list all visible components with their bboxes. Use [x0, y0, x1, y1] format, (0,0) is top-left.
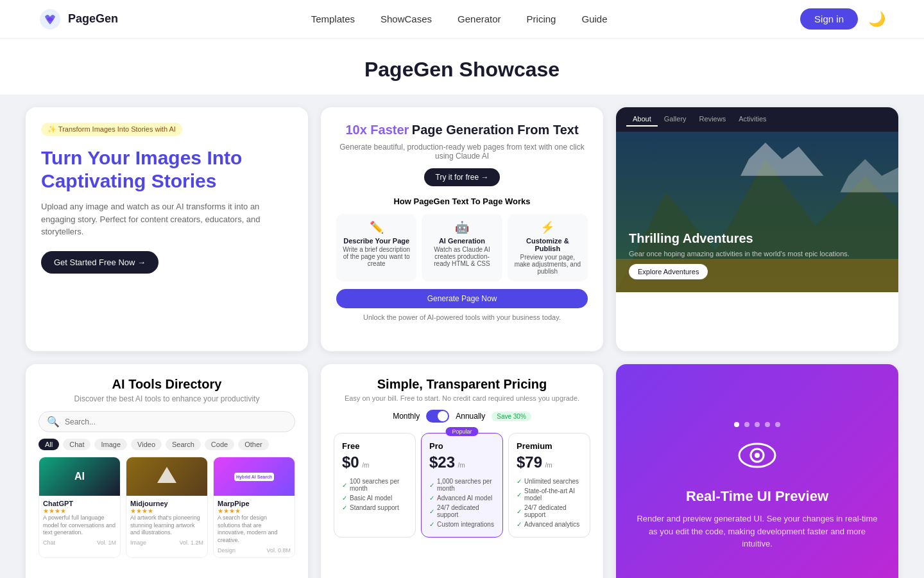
preview-desc: Render and preview generated UI. See you…	[635, 512, 879, 550]
marpipe-meta: Design Vol. 0.8M	[218, 547, 291, 554]
explore-button[interactable]: Explore Adventures	[629, 264, 708, 279]
page-title-section: PageGen Showcase	[0, 39, 924, 94]
page-title: PageGen Showcase	[0, 58, 924, 82]
midjourney-name: Midjourney	[130, 500, 203, 507]
midjourney-meta: Image Vol. 1.2M	[130, 539, 203, 546]
pro-f1: ✓1,000 searches per month	[429, 477, 495, 493]
marpipe-name: MarpPipe	[218, 500, 291, 507]
logo-text: PageGen	[68, 12, 118, 26]
navbar: PageGen Templates ShowCases Generator Pr…	[0, 0, 924, 39]
tool-midjourney[interactable]: Midjourney ★★★★ AI artwork that's pionee…	[126, 457, 208, 558]
dot-4	[765, 422, 770, 427]
search-icon: 🔍	[47, 416, 60, 428]
premium-amount: $79	[517, 453, 542, 471]
pricing-sub: Easy on your bill. Free to start. No cre…	[334, 394, 590, 402]
prem-f1: ✓Unlimited searches	[517, 477, 582, 486]
step-2-icon: 🤖	[428, 220, 495, 234]
nav-links: Templates ShowCases Generator Pricing Gu…	[311, 13, 608, 24]
pro-tier: Pro	[429, 441, 495, 451]
step-3: ⚡ Customize & Publish Preview your page,…	[508, 214, 588, 281]
filter-search[interactable]: Search	[166, 439, 201, 450]
transform-desc: Upload any image and watch as our AI tra…	[41, 200, 293, 238]
midjourney-info: Midjourney ★★★★ AI artwork that's pionee…	[126, 496, 207, 550]
step-3-desc: Preview your page, make adjustments, and…	[514, 254, 581, 275]
marpipe-users: Vol. 0.8M	[266, 547, 291, 554]
free-period: /m	[362, 462, 369, 469]
pagegen-rest: Page Generation From Text	[412, 123, 579, 137]
save-badge: Save 30%	[492, 412, 531, 421]
toggle-knob	[438, 411, 448, 421]
nav-link-pricing[interactable]: Pricing	[527, 13, 556, 24]
try-free-button[interactable]: Try it for free →	[424, 168, 501, 186]
dot-1	[734, 422, 739, 427]
chatgpt-name: ChatGPT	[43, 500, 116, 507]
sign-in-button[interactable]: Sign in	[800, 8, 858, 30]
free-features: ✓100 searches per month ✓Basic AI model …	[342, 477, 407, 512]
pro-price: $23 /m	[429, 453, 495, 471]
theme-toggle[interactable]: 🌙	[868, 11, 886, 28]
pro-amount: $23	[429, 453, 455, 471]
free-amount: $0	[342, 453, 359, 471]
tools-sub: Discover the best AI tools to enhance yo…	[38, 394, 295, 403]
transform-line1: Turn Your Images Into	[41, 147, 242, 168]
marpipe-stars: ★★★★	[218, 507, 291, 514]
free-f3: ✓Standard support	[342, 503, 407, 512]
annually-label: Annually	[456, 412, 485, 421]
marpipe-info: MarpPipe ★★★★ A search for design soluti…	[214, 496, 295, 557]
nav-link-templates[interactable]: Templates	[311, 13, 355, 24]
billing-toggle[interactable]	[426, 410, 449, 423]
tools-title: AI Tools Directory	[38, 377, 295, 392]
pro-features: ✓1,000 searches per month ✓Advanced AI m…	[429, 477, 495, 529]
step-1-desc: Write a brief description of the page yo…	[343, 246, 410, 267]
nav-link-showcases[interactable]: ShowCases	[381, 13, 432, 24]
filter-all[interactable]: All	[38, 439, 59, 450]
tab-activities[interactable]: Activities	[732, 112, 773, 127]
filter-image[interactable]: Image	[94, 439, 127, 450]
tools-search[interactable]: 🔍	[38, 411, 295, 432]
tab-about[interactable]: About	[626, 112, 658, 127]
pricing-cards: Free $0 /m ✓100 searches per month ✓Basi…	[334, 433, 590, 538]
pro-f4: ✓Custom integrations	[429, 520, 495, 529]
premium-price: $79 /m	[517, 453, 582, 471]
prem-f4: ✓Advanced analytics	[517, 520, 582, 529]
chatgpt-img: AI	[39, 457, 120, 496]
get-started-button[interactable]: Get Started Free Now →	[41, 251, 158, 274]
filter-other[interactable]: Other	[238, 439, 269, 450]
prem-f2: ✓State-of-the-art AI model	[517, 486, 582, 503]
tab-reviews[interactable]: Reviews	[693, 112, 733, 127]
step-1: ✏️ Describe Your Page Write a brief desc…	[336, 214, 416, 281]
adventure-sub: Gear once hoping amazing activities in t…	[629, 250, 850, 258]
card-preview: Real-Time UI Preview Render and preview …	[616, 364, 898, 578]
step-1-title: Describe Your Page	[343, 237, 410, 245]
tab-gallery[interactable]: Gallery	[658, 112, 693, 127]
search-input[interactable]	[65, 417, 287, 426]
chatgpt-desc: A powerful full language model for conve…	[43, 514, 116, 537]
how-it-works-title: How PageGen Text To Page Works	[336, 197, 588, 206]
filter-video[interactable]: Video	[131, 439, 162, 450]
nav-link-generator[interactable]: Generator	[458, 13, 501, 24]
filter-code[interactable]: Code	[205, 439, 234, 450]
nav-logo[interactable]: PageGen	[38, 8, 118, 31]
tool-marpipe[interactable]: Hybrid AI Search MarpPipe ★★★★ A search …	[213, 457, 295, 558]
dot-3	[755, 422, 760, 427]
generate-page-button[interactable]: Generate Page Now	[336, 289, 588, 308]
nav-link-guide[interactable]: Guide	[581, 13, 607, 24]
free-f2: ✓Basic AI model	[342, 493, 407, 503]
preview-eye-icon	[737, 440, 778, 478]
tool-chatgpt[interactable]: AI ChatGPT ★★★★ A powerful full language…	[38, 457, 121, 558]
transform-heading: Turn Your Images Into Captivating Storie…	[41, 146, 293, 193]
plan-free: Free $0 /m ✓100 searches per month ✓Basi…	[334, 433, 416, 538]
pricing-toggle: Monthly Annually Save 30%	[334, 410, 590, 423]
steps-row: ✏️ Describe Your Page Write a brief desc…	[336, 214, 588, 281]
adventure-title: Thrilling Adventures	[629, 231, 850, 246]
free-tier: Free	[342, 441, 407, 451]
showcase-grid: ✨ Transform Images Into Stories with AI …	[0, 94, 924, 578]
pro-f3: ✓24/7 dedicated support	[429, 503, 495, 520]
midjourney-img	[126, 457, 207, 496]
midjourney-desc: AI artwork that's pioneering stunning le…	[130, 514, 203, 537]
preview-dots	[734, 422, 780, 427]
filter-chat[interactable]: Chat	[63, 439, 90, 450]
free-f1: ✓100 searches per month	[342, 477, 407, 493]
chatgpt-stars: ★★★★	[43, 507, 116, 514]
adventure-overlay: Thrilling Adventures Gear once hoping am…	[629, 231, 850, 279]
